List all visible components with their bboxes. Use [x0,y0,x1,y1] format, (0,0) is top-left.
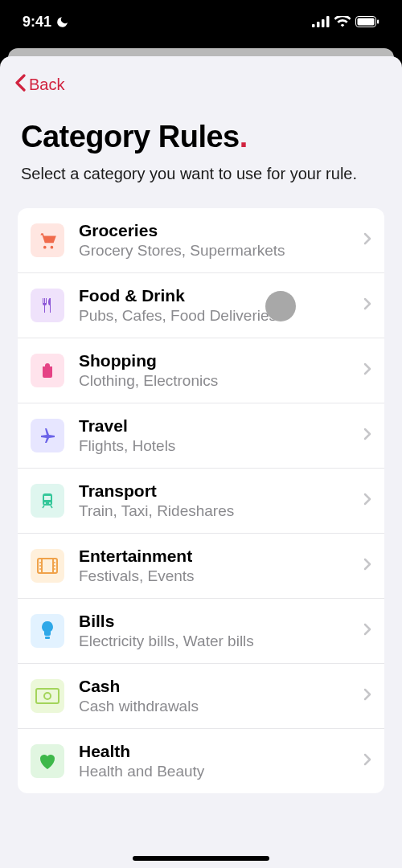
svg-rect-5 [358,18,375,26]
category-title: Food & Drink [79,286,349,305]
category-row-cash[interactable]: Cash Cash withdrawals [18,664,384,729]
chevron-right-icon [363,753,371,769]
chevron-right-icon [363,297,371,313]
category-desc: Clothing, Electronics [79,372,349,390]
svg-rect-21 [45,637,50,639]
modal-sheet: Back Category Rules. Select a category y… [0,56,402,868]
lightbulb-icon [31,614,64,648]
category-desc: Flights, Hotels [79,437,349,455]
chevron-right-icon [363,623,371,639]
category-row-transport[interactable]: Transport Train, Taxi, Rideshares [18,469,384,534]
category-row-travel[interactable]: Travel Flights, Hotels [18,403,384,469]
heart-icon [31,744,64,778]
back-label: Back [29,76,64,94]
category-desc: Electricity bills, Water bills [79,633,349,650]
category-desc: Pubs, Cafes, Food Deliveries [79,307,349,325]
chevron-right-icon [363,232,371,248]
category-desc: Festivals, Events [79,567,349,585]
status-time: 9:41 [23,14,51,31]
banknote-icon [31,679,64,713]
chevron-right-icon [363,428,371,444]
category-row-food[interactable]: Food & Drink Pubs, Cafes, Food Deliverie… [18,273,384,338]
category-title: Health [79,742,349,761]
category-row-bills[interactable]: Bills Electricity bills, Water bills [18,599,384,664]
category-title: Cash [79,677,349,696]
svg-rect-10 [44,496,51,500]
chevron-right-icon [363,362,371,379]
category-title: Transport [79,481,349,501]
svg-rect-3 [326,16,330,27]
home-indicator[interactable] [133,856,269,861]
page-title: Category Rules. [21,120,381,154]
category-title: Entertainment [79,547,349,566]
svg-rect-1 [317,22,320,27]
touch-indicator [265,291,296,321]
svg-rect-6 [377,20,379,24]
chevron-right-icon [363,688,371,704]
svg-point-12 [49,502,51,504]
cart-icon [31,223,64,257]
svg-point-8 [51,246,54,249]
svg-rect-22 [36,689,59,703]
page-subtitle: Select a category you want to use for yo… [21,162,381,186]
svg-rect-0 [312,24,315,27]
plane-icon [31,419,64,452]
dnd-moon-icon [55,15,69,29]
film-icon [31,549,64,583]
category-row-shopping[interactable]: Shopping Clothing, Electronics [18,338,384,403]
back-button[interactable]: Back [14,74,64,96]
category-row-groceries[interactable]: Groceries Grocery Stores, Supermarkets [18,208,384,273]
svg-point-7 [43,246,47,249]
svg-point-11 [44,502,46,504]
category-desc: Train, Taxi, Rideshares [79,502,349,520]
svg-point-23 [44,693,51,699]
cellular-signal-icon [312,16,330,27]
chevron-right-icon [363,558,371,574]
category-desc: Health and Beauty [79,763,349,780]
category-row-entertainment[interactable]: Entertainment Festivals, Events [18,534,384,599]
category-title: Bills [79,612,349,631]
category-title: Travel [79,416,349,436]
category-desc: Cash withdrawals [79,698,349,715]
chevron-left-icon [14,74,26,96]
chevron-right-icon [363,493,371,509]
svg-rect-14 [42,559,53,573]
category-row-health[interactable]: Health Health and Beauty [18,729,384,793]
bag-icon [31,354,64,387]
svg-rect-2 [322,19,325,27]
train-icon [31,484,64,518]
wifi-icon [334,16,351,27]
category-title: Groceries [79,221,349,240]
category-desc: Grocery Stores, Supermarkets [79,242,349,260]
category-title: Shopping [79,351,349,371]
utensils-icon [31,289,64,322]
status-bar: 9:41 [0,0,402,43]
category-list: Groceries Grocery Stores, Supermarkets F… [18,208,384,793]
battery-icon [355,16,379,27]
